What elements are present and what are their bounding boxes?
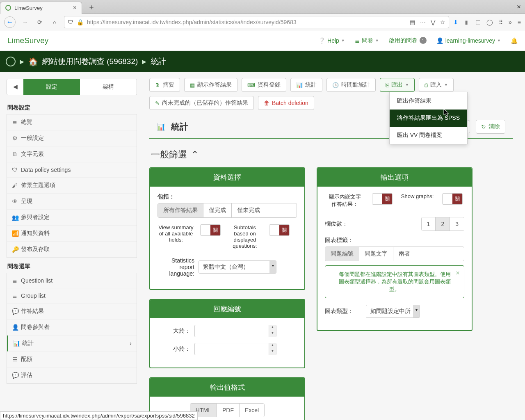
- help-menu[interactable]: ❔ Help ▼: [318, 37, 345, 44]
- cols-label: 欄位數：: [325, 220, 348, 228]
- lock-icon[interactable]: 🔒: [77, 19, 84, 25]
- more-icon[interactable]: ⋯: [420, 19, 426, 25]
- chart-type-select[interactable]: 如問題設定中所▾: [366, 305, 420, 318]
- account-icon[interactable]: ◯: [486, 19, 493, 25]
- filter-section-title[interactable]: 一般篩選 ⌃: [149, 146, 513, 167]
- sidebar-tab-settings[interactable]: 設定: [23, 79, 80, 95]
- sidebar-item-datapolicy[interactable]: 🛡Data policy settings: [7, 162, 137, 178]
- new-tab-button[interactable]: ＋: [84, 2, 98, 12]
- lbl-both[interactable]: 兩者: [393, 247, 415, 261]
- tb-stats[interactable]: 📊統計: [290, 78, 322, 92]
- tab-close-icon[interactable]: ×: [73, 4, 77, 11]
- sidebar-item-theme[interactable]: 🖌佈景主題選項: [7, 178, 137, 194]
- opt-complete[interactable]: 僅完成: [203, 203, 232, 217]
- tb-saved[interactable]: ✎尚未完成的（已儲存的）作答結果: [149, 96, 254, 110]
- col-2[interactable]: 2: [436, 217, 450, 231]
- lang-select[interactable]: 繁體中文（台灣）▾: [199, 260, 276, 274]
- reader-icon[interactable]: ▤: [410, 19, 415, 25]
- tb-display[interactable]: ▦顯示作答結果: [184, 78, 237, 92]
- lbl-text[interactable]: 問題文字: [359, 247, 393, 261]
- browser-nav-bar: ← → ⟳ ⌂ 🛡 🔒 https://limesurvey.imacat.id…: [0, 14, 525, 30]
- sidebar-item-publication[interactable]: 🔑發布及存取: [7, 242, 137, 258]
- apps-icon[interactable]: ⠿: [499, 19, 503, 25]
- spin-up-icon[interactable]: ▲: [269, 343, 276, 349]
- chart-type-alert: 每個問題都在進階設定中設有其圖表類型。使用圖表類型選擇器，為所有選取的問題套用圖…: [325, 265, 464, 298]
- window-close-icon[interactable]: ×: [517, 3, 521, 11]
- tab-title: LimeSurvey: [14, 5, 70, 11]
- sidebar-icon[interactable]: ◫: [475, 19, 481, 25]
- opt-all[interactable]: 所有作答結果: [158, 203, 203, 217]
- overflow-icon[interactable]: »: [509, 19, 512, 25]
- sidebar-item-responses[interactable]: 💬作答結果: [7, 304, 137, 320]
- download-icon[interactable]: ⬇: [453, 19, 458, 25]
- app-header: LimeSurvey ❔ Help ▼ ≣ 問卷 ▼ 啟用的問卷 1 👤 lea…: [0, 30, 525, 51]
- sidebar-item-grouplist[interactable]: ≣Group list: [7, 288, 137, 304]
- fmt-excel[interactable]: Excel: [240, 404, 264, 417]
- close-icon[interactable]: ×: [456, 269, 460, 277]
- main-content: 🗎摘要 ▦顯示作答結果 ⌨資料登錄 📊統計 🕒時間點統計 ⎘匯出▼ ⎙匯入▼ ✎…: [144, 72, 525, 420]
- bookmark-icon[interactable]: ☆: [440, 19, 445, 25]
- col-1[interactable]: 1: [422, 217, 436, 231]
- caret-down-icon: ▼: [497, 39, 501, 43]
- sidebar-collapse-button[interactable]: ◀: [7, 79, 23, 95]
- subtotals-toggle[interactable]: 關: [269, 224, 290, 236]
- graphs-toggle[interactable]: 關: [442, 193, 463, 205]
- app-logo[interactable]: LimeSurvey: [7, 36, 48, 45]
- sidebar-item-notifications[interactable]: 📶通知與資料: [7, 226, 137, 242]
- inline-toggle[interactable]: 關: [372, 193, 393, 205]
- chevron-right-icon: ▶: [20, 58, 24, 65]
- dd-export-responses[interactable]: 匯出作答結果: [390, 92, 467, 110]
- surveys-menu[interactable]: ≣ 問卷 ▼: [355, 37, 379, 44]
- url-bar[interactable]: 🛡 🔒 https://limesurvey.imacat.idv.tw/ind…: [64, 16, 449, 28]
- breadcrumb-survey[interactable]: 網站使用問卷調查 (596832): [42, 56, 138, 67]
- sidebar-item-quotas[interactable]: ☰配額: [7, 352, 137, 368]
- sidebar-item-text[interactable]: 🗎文字元素: [7, 146, 137, 162]
- dd-export-vv[interactable]: 匯出 VV 問卷檔案: [390, 127, 467, 144]
- count-badge: 1: [420, 37, 427, 44]
- sidebar-item-overview[interactable]: ≣總覽: [7, 114, 137, 130]
- nav-back-button[interactable]: ←: [4, 16, 16, 28]
- nav-home-button[interactable]: ⌂: [49, 17, 60, 27]
- view-summary-toggle[interactable]: 關: [200, 224, 221, 236]
- pocket-icon[interactable]: ⋁: [431, 19, 435, 25]
- sidebar-item-general[interactable]: ⚙一般設定: [7, 130, 137, 146]
- shield-icon[interactable]: 🛡: [68, 19, 73, 25]
- active-surveys-link[interactable]: 啟用的問卷 1: [389, 37, 427, 44]
- nav-reload-button[interactable]: ⟳: [34, 17, 45, 27]
- page-title: 統計: [171, 121, 188, 132]
- lbl-code[interactable]: 問題編號: [325, 247, 359, 261]
- clear-button[interactable]: ↻清除: [476, 120, 505, 134]
- library-icon[interactable]: ⫼: [464, 19, 470, 25]
- spin-down-icon[interactable]: ▼: [269, 349, 276, 355]
- menu-icon[interactable]: ≡: [518, 19, 521, 25]
- tb-import-dropdown[interactable]: ⎙匯入▼: [419, 78, 454, 92]
- sidebar-item-statistics[interactable]: 📊統計›: [7, 336, 137, 352]
- sidebar-item-questionlist[interactable]: ≣Question list: [7, 273, 137, 288]
- gt-input[interactable]: ▲▼: [194, 325, 276, 337]
- ls-logo-icon[interactable]: [6, 57, 16, 66]
- sidebar-item-participants[interactable]: 👥參與者設定: [7, 210, 137, 226]
- tb-batch-delete[interactable]: 🗑Batch deletion: [258, 96, 314, 110]
- sidebar-item-presentation[interactable]: 👁呈現: [7, 194, 137, 210]
- lt-input[interactable]: ▲▼: [194, 343, 276, 355]
- dd-export-spss[interactable]: 將作答結果匯出為 SPSS: [390, 110, 467, 127]
- browser-tab[interactable]: LimeSurvey ×: [0, 2, 82, 14]
- sidebar-item-assessment[interactable]: 💬評估: [7, 368, 137, 383]
- opt-incomplete[interactable]: 僅未完成: [232, 203, 265, 217]
- home-icon[interactable]: 🏠: [28, 57, 38, 66]
- list-icon: ≣: [355, 37, 360, 44]
- sidebar-item-participants[interactable]: 👤問卷參與者: [7, 320, 137, 336]
- view-summary-label: View summary of all available fields:: [158, 224, 194, 243]
- spin-up-icon[interactable]: ▲: [269, 325, 276, 331]
- tb-summary[interactable]: 🗎摘要: [149, 78, 180, 92]
- user-menu[interactable]: 👤 learning-limesurvey ▼: [436, 37, 501, 44]
- sidebar-tab-structure[interactable]: 架構: [80, 79, 137, 95]
- tb-timing[interactable]: 🕒時間點統計: [326, 78, 376, 92]
- notifications-icon[interactable]: 🔔: [511, 37, 518, 44]
- fmt-pdf[interactable]: PDF: [217, 404, 240, 417]
- tb-dataentry[interactable]: ⌨資料登錄: [242, 78, 286, 92]
- status-bar: https://limesurvey.imacat.idv.tw/index.p…: [0, 411, 198, 420]
- col-3[interactable]: 3: [450, 217, 464, 231]
- spin-down-icon[interactable]: ▼: [269, 331, 276, 337]
- tb-export-dropdown[interactable]: ⎘匯出▼: [380, 78, 415, 92]
